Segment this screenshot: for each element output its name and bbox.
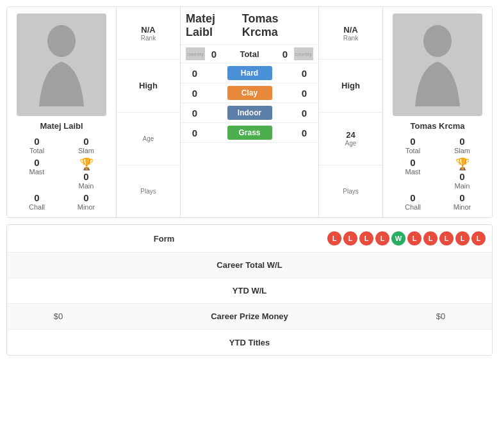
player1-total-label: Total: [29, 147, 44, 154]
player1-slam-cell: 0 Slam: [63, 136, 110, 154]
player1-stats-grid: 0 Total 0 Slam 0 Mast 🏆 0 Main 0: [13, 136, 110, 211]
ytd-titles-row: YTD Titles: [7, 329, 492, 355]
total-label: Total: [223, 49, 276, 59]
player2-minor-cell: 0 Minor: [439, 192, 486, 211]
player2-mast-label: Mast: [405, 168, 421, 176]
total-score-right: 0: [276, 49, 294, 60]
player1-high-value: High: [139, 81, 158, 90]
indoor-row: 0 Indoor 0: [181, 103, 318, 123]
player2-slam-cell: 0 Slam: [439, 136, 486, 154]
player2-mast-value: 0: [410, 157, 415, 168]
player1-name-label: Matej Laibl: [40, 121, 83, 131]
player1-chall-cell: 0 Chall: [13, 192, 60, 211]
player2-slam-value: 0: [459, 136, 464, 147]
player1-chall-value: 0: [34, 192, 39, 203]
indoor-badge: Indoor: [227, 106, 272, 120]
player2-plays-label: Plays: [343, 188, 358, 195]
clay-score-right: 0: [295, 88, 313, 99]
form-badge-l: L: [471, 231, 486, 245]
indoor-score-left: 0: [186, 108, 204, 119]
form-badge-l: L: [455, 231, 470, 245]
player1-rank-label: Rank: [141, 35, 156, 42]
player2-country: country: [294, 47, 313, 60]
form-badge-l: L: [439, 231, 454, 245]
player2-chall-value: 0: [410, 192, 415, 203]
player1-rank-value: N/A: [141, 25, 155, 35]
main-container: Matej Laibl 0 Total 0 Slam 0 Mast 🏆 0 M: [0, 0, 499, 362]
center-player2-name: Tomas Krcma: [242, 12, 313, 39]
center-player1-name: Matej Laibl: [186, 12, 242, 39]
player1-main-cell: 🏆 0 Main: [63, 157, 110, 190]
players-name-row: Matej Laibl Tomas Krcma: [181, 7, 318, 45]
grass-score-left: 0: [186, 128, 204, 138]
grass-row: 0 Grass 0: [181, 123, 318, 143]
ytd-titles-label: YTD Titles: [7, 331, 492, 354]
player2-trophy-icon: 🏆: [455, 157, 470, 171]
left-player-column: Matej Laibl 0 Total 0 Slam 0 Mast 🏆 0 M: [7, 7, 116, 217]
center-column: Matej Laibl Tomas Krcma country 0 Total …: [180, 7, 319, 217]
clay-row: 0 Clay 0: [181, 83, 318, 103]
form-badge-l: L: [327, 231, 341, 245]
form-row: Form LLLLWLLLLL: [7, 225, 492, 253]
player1-main-label: Main: [79, 182, 94, 190]
ytd-wl-label: YTD W/L: [7, 279, 492, 302]
player2-stats-grid: 0 Total 0 Slam 0 Mast 🏆 0 Main 0: [389, 136, 486, 211]
left-stats-column: N/A Rank High Age Plays: [116, 7, 180, 217]
career-wl-row: Career Total W/L: [7, 253, 492, 278]
player1-high-row: High: [117, 60, 180, 112]
hard-row: 0 Hard 0: [181, 63, 318, 83]
player2-prize-value: $0: [389, 305, 492, 328]
player1-prize-value: $0: [7, 305, 110, 328]
grass-score-right: 0: [295, 128, 313, 138]
player2-minor-label: Minor: [454, 203, 471, 211]
player2-rank-value: N/A: [343, 25, 357, 35]
player2-minor-value: 0: [459, 192, 464, 203]
player1-minor-cell: 0 Minor: [63, 192, 110, 211]
player1-age-row: Age: [117, 113, 180, 165]
player2-high-row: High: [319, 60, 382, 112]
form-badges-container: LLLLWLLLLL: [321, 225, 492, 252]
hard-score-left: 0: [186, 68, 204, 79]
player2-slam-label: Slam: [454, 147, 470, 154]
player1-age-label: Age: [143, 135, 154, 142]
player2-age-row: 24 Age: [319, 113, 382, 165]
player1-rank-row: N/A Rank: [117, 7, 180, 60]
player1-chall-label: Chall: [29, 203, 45, 211]
player1-slam-value: 0: [83, 136, 88, 147]
player1-trophy-icon: 🏆: [79, 157, 94, 171]
player2-silhouette: [409, 23, 466, 106]
player2-name-label: Tomas Krcma: [410, 121, 464, 131]
clay-score-left: 0: [186, 88, 204, 99]
player2-total-cell: 0 Total: [389, 136, 436, 154]
career-prize-row: $0 Career Prize Money $0: [7, 304, 492, 329]
player2-main-cell: 🏆 0 Main: [439, 157, 486, 190]
career-prize-label: Career Prize Money: [110, 305, 389, 328]
player2-main-label: Main: [455, 182, 470, 190]
svg-point-1: [423, 25, 452, 57]
right-player-column: Tomas Krcma 0 Total 0 Slam 0 Mast 🏆 0 M: [383, 7, 492, 217]
player2-total-label: Total: [405, 147, 420, 154]
player2-age-label: Age: [345, 140, 357, 147]
player1-mast-label: Mast: [29, 168, 45, 176]
player2-age-value: 24: [346, 130, 355, 140]
player2-mast-cell: 0 Mast: [389, 157, 436, 190]
ytd-wl-row: YTD W/L: [7, 278, 492, 304]
form-badge-l: L: [375, 231, 389, 245]
hard-score-right: 0: [295, 68, 313, 79]
form-badge-w: W: [391, 231, 405, 245]
player1-minor-value: 0: [83, 192, 88, 203]
form-label: Form: [7, 228, 321, 250]
player1-country-flag: country: [186, 47, 205, 60]
right-stats-column: N/A Rank High 24 Age Plays: [319, 7, 383, 217]
player1-plays-label: Plays: [140, 188, 156, 195]
comparison-layout: Matej Laibl 0 Total 0 Slam 0 Mast 🏆 0 M: [6, 6, 493, 218]
grass-badge: Grass: [227, 126, 272, 140]
player1-plays-row: Plays: [117, 165, 180, 217]
player1-country: country: [186, 47, 205, 60]
player2-country-flag: country: [294, 47, 313, 60]
player2-rank-label: Rank: [343, 35, 358, 42]
bottom-info-rows: Form LLLLWLLLLL Career Total W/L YTD W/L…: [6, 224, 493, 356]
player1-main-value: 0: [83, 171, 88, 182]
player2-chall-label: Chall: [405, 203, 421, 211]
total-row: country 0 Total 0 country: [181, 45, 318, 63]
